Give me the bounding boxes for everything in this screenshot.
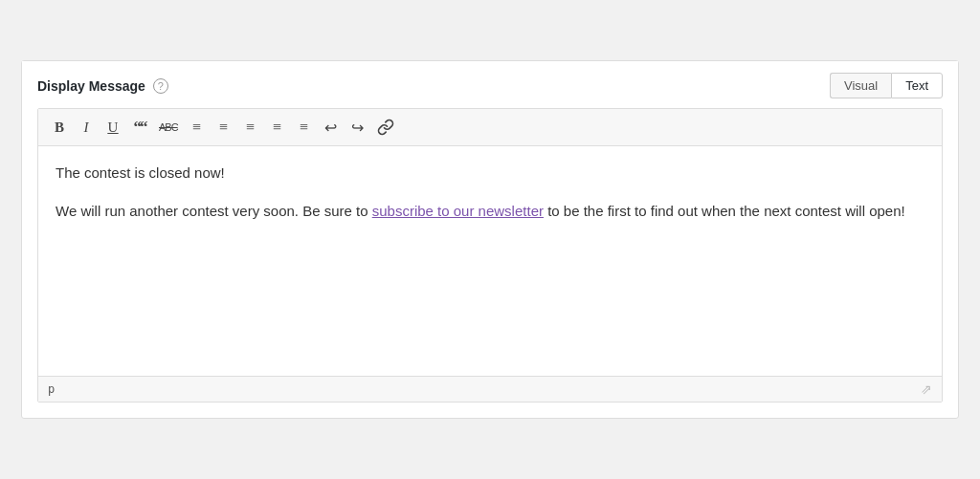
italic-button[interactable]: I (75, 115, 98, 140)
resize-handle[interactable]: ⇗ (921, 381, 932, 397)
tab-text[interactable]: Text (891, 73, 943, 98)
underline-button[interactable]: U (101, 115, 124, 140)
ordered-list-button[interactable]: ≡ (212, 115, 235, 140)
title-group: Display Message ? (37, 78, 168, 94)
tab-group: Visual Text (830, 73, 943, 98)
tag-label: p (48, 382, 55, 396)
editor-wrapper: B I U ““ ABC ≡ ≡ ≡ ≡ ≡ ↩ ↪ The contest i… (37, 108, 943, 403)
editor-footer: p ⇗ (38, 376, 942, 402)
link-button[interactable] (373, 115, 398, 140)
editor-content[interactable]: The contest is closed now! We will run a… (38, 146, 942, 376)
strikethrough-button[interactable]: ABC (155, 115, 182, 140)
content-paragraph2: We will run another contest very soon. B… (56, 200, 924, 223)
undo-button[interactable]: ↩ (320, 115, 343, 140)
paragraph2-prefix: We will run another contest very soon. B… (56, 203, 372, 219)
toolbar: B I U ““ ABC ≡ ≡ ≡ ≡ ≡ ↩ ↪ (38, 109, 942, 146)
bold-button[interactable]: B (48, 115, 71, 140)
unordered-list-button[interactable]: ≡ (186, 115, 209, 140)
redo-button[interactable]: ↪ (346, 115, 369, 140)
newsletter-link[interactable]: subscribe to our newsletter (372, 203, 544, 219)
display-message-panel: Display Message ? Visual Text B I U ““ A… (21, 60, 959, 419)
align-center-button[interactable]: ≡ (266, 115, 289, 140)
content-paragraph1: The contest is closed now! (56, 162, 924, 185)
paragraph2-suffix: to be the first to find out when the nex… (544, 203, 905, 219)
help-icon[interactable]: ? (153, 78, 168, 94)
align-left-button[interactable]: ≡ (239, 115, 262, 140)
tab-visual[interactable]: Visual (830, 73, 891, 98)
panel-title: Display Message (37, 78, 145, 94)
blockquote-button[interactable]: ““ (128, 115, 151, 140)
align-right-button[interactable]: ≡ (293, 115, 316, 140)
panel-header: Display Message ? Visual Text (22, 61, 958, 108)
